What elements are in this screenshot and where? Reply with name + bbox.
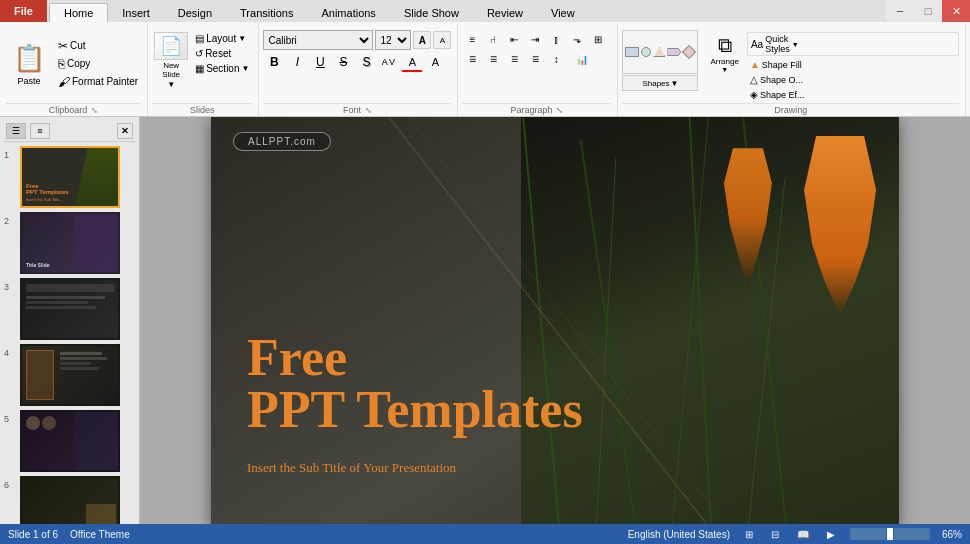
slides-view-button[interactable]: ☰: [6, 123, 26, 139]
tab-design[interactable]: Design: [164, 3, 226, 22]
slides-group: 📄 NewSlide ▼ ▤ Layout ▼ ↺ Reset ▦: [148, 24, 259, 116]
slide-info: Slide 1 of 6: [8, 529, 58, 540]
decrease-indent-button[interactable]: ⇤: [504, 30, 524, 48]
quick-styles-button[interactable]: Aa QuickStyles ▼: [747, 32, 959, 56]
format-painter-button[interactable]: 🖌 Format Painter: [55, 74, 141, 90]
shape-outline-icon: △: [750, 74, 758, 85]
zoom-slider[interactable]: [850, 528, 930, 540]
tab-slideshow[interactable]: Slide Show: [390, 3, 473, 22]
tab-view[interactable]: View: [537, 3, 589, 22]
slide-4-number: 4: [4, 348, 16, 358]
theme-info: Office Theme: [70, 529, 130, 540]
new-slide-button[interactable]: 📄 NewSlide ▼: [152, 30, 190, 91]
shape-effects-icon: ◈: [750, 89, 758, 100]
title-line1: Free: [247, 332, 583, 384]
shapes-button[interactable]: Shapes ▼: [622, 75, 698, 91]
canvas-area: ALLPPT.com Free PPT Templates Insert the…: [140, 117, 970, 524]
layout-button[interactable]: ▤ Layout ▼: [192, 32, 252, 45]
close-panel-button[interactable]: ✕: [117, 123, 133, 139]
columns-button[interactable]: ⫿: [546, 30, 566, 48]
bold-button[interactable]: B: [263, 52, 285, 72]
paste-button[interactable]: 📋 Paste: [6, 40, 52, 88]
shape-outline-button[interactable]: △ Shape O...: [747, 73, 959, 86]
reset-button[interactable]: ↺ Reset: [192, 47, 252, 60]
numbering-button[interactable]: ⑁: [483, 30, 503, 48]
slides-label: Slides: [190, 105, 215, 115]
slide-2-thumb[interactable]: 2 Title Slide: [4, 212, 135, 274]
smart-art-button[interactable]: ⊞: [588, 30, 608, 48]
slide-5-thumb[interactable]: 5: [4, 410, 135, 472]
slide-1-thumb[interactable]: 1 FreePPT Templates Insert the Sub Title…: [4, 146, 135, 208]
cut-button[interactable]: ✂ Cut: [55, 38, 141, 54]
clear-format-button[interactable]: A: [424, 52, 446, 72]
format-painter-icon: 🖌: [58, 75, 70, 89]
slide-title[interactable]: Free PPT Templates: [247, 332, 583, 436]
decrease-font-button[interactable]: A: [433, 31, 451, 49]
italic-button[interactable]: I: [286, 52, 308, 72]
arrange-button[interactable]: ⧉ Arrange ▼: [706, 32, 742, 75]
paste-icon: 📋: [12, 42, 46, 76]
new-slide-icon: 📄: [154, 32, 188, 60]
slides-panel: ☰ ≡ ✕ 1 FreePPT Templates Insert the Sub…: [0, 117, 140, 524]
clipboard-dialog-icon[interactable]: ⤡: [91, 106, 98, 115]
shape-fill-button[interactable]: ▲ Shape Fill: [747, 58, 959, 71]
language-info: English (United States): [628, 529, 730, 540]
outline-view-button[interactable]: ≡: [30, 123, 50, 139]
increase-font-button[interactable]: A: [413, 31, 431, 49]
tab-transitions[interactable]: Transitions: [226, 3, 307, 22]
arrange-icon: ⧉: [718, 34, 732, 57]
copy-button[interactable]: ⎘ Copy: [55, 56, 141, 72]
font-label: Font: [343, 105, 361, 115]
shadow-button[interactable]: S: [355, 52, 377, 72]
font-dialog-icon[interactable]: ⤡: [365, 106, 372, 115]
tab-animations[interactable]: Animations: [307, 3, 389, 22]
reading-view-button[interactable]: 📖: [794, 529, 812, 540]
normal-view-button[interactable]: ⊞: [742, 529, 756, 540]
align-center-button[interactable]: ≡: [483, 50, 503, 68]
justify-button[interactable]: ≡: [525, 50, 545, 68]
slide-3-number: 3: [4, 282, 16, 292]
reset-icon: ↺: [195, 48, 203, 59]
text-direction-button[interactable]: ⬎: [567, 30, 587, 48]
tab-home[interactable]: Home: [49, 3, 108, 22]
shapes-palette[interactable]: [622, 30, 698, 74]
slide-3-thumb[interactable]: 3: [4, 278, 135, 340]
slide-2-number: 2: [4, 216, 16, 226]
zoom-level: 66%: [942, 529, 962, 540]
increase-indent-button[interactable]: ⇥: [525, 30, 545, 48]
char-spacing-button[interactable]: AV: [378, 52, 400, 72]
slide-1-number: 1: [4, 150, 16, 160]
minimize-button[interactable]: –: [886, 0, 914, 22]
paste-label: Paste: [17, 76, 40, 86]
close-button[interactable]: ✕: [942, 0, 970, 22]
slide-6-thumb[interactable]: 6: [4, 476, 135, 524]
tab-review[interactable]: Review: [473, 3, 537, 22]
paragraph-label: Paragraph: [510, 105, 552, 115]
file-tab[interactable]: File: [0, 0, 47, 22]
line-spacing-button[interactable]: ↕: [546, 50, 566, 68]
new-slide-dropdown-icon[interactable]: ▼: [167, 80, 175, 89]
shape-effects-button[interactable]: ◈ Shape Ef...: [747, 88, 959, 101]
copy-icon: ⎘: [58, 57, 65, 71]
slide-canvas[interactable]: ALLPPT.com Free PPT Templates Insert the…: [211, 117, 899, 524]
align-left-button[interactable]: ≡: [462, 50, 482, 68]
drawing-label: Drawing: [774, 105, 807, 115]
font-color-button[interactable]: A: [401, 52, 423, 72]
align-right-button[interactable]: ≡: [504, 50, 524, 68]
slide-4-thumb[interactable]: 4: [4, 344, 135, 406]
paragraph-dialog-icon[interactable]: ⤡: [556, 106, 563, 115]
slideshow-button[interactable]: ▶: [824, 529, 838, 540]
tab-insert[interactable]: Insert: [108, 3, 164, 22]
underline-button[interactable]: U: [309, 52, 331, 72]
maximize-button[interactable]: □: [914, 0, 942, 22]
status-bar: Slide 1 of 6 Office Theme English (Unite…: [0, 524, 970, 544]
section-button[interactable]: ▦ Section ▼: [192, 62, 252, 75]
slide-sorter-button[interactable]: ⊟: [768, 529, 782, 540]
strikethrough-button[interactable]: S: [332, 52, 354, 72]
shape-fill-icon: ▲: [750, 59, 760, 70]
bullets-button[interactable]: ≡: [462, 30, 482, 48]
slide-subtitle[interactable]: Insert the Sub Title of Your Presentatio…: [247, 460, 456, 476]
font-name-select[interactable]: Calibri: [263, 30, 373, 50]
chart-button[interactable]: 📊: [567, 50, 597, 68]
font-size-select[interactable]: 12: [375, 30, 411, 50]
